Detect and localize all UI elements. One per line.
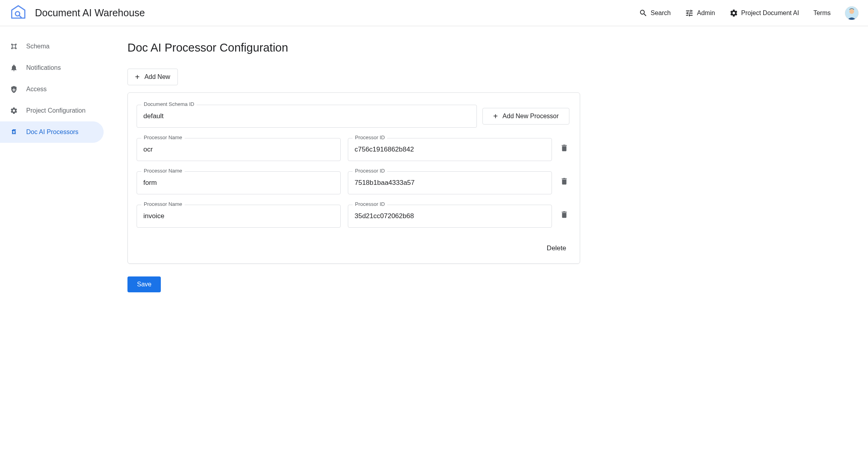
processor-name-input[interactable] bbox=[137, 138, 341, 161]
nav-label: Terms bbox=[813, 10, 831, 17]
sidebar: Schema Notifications Access Project Conf… bbox=[0, 26, 105, 308]
gear-icon bbox=[10, 106, 18, 115]
plus-icon: + bbox=[135, 73, 140, 81]
processor-name-label: Processor Name bbox=[141, 134, 185, 140]
add-processor-label: Add New Processor bbox=[503, 113, 559, 120]
processor-row: Processor Name Processor ID bbox=[137, 138, 569, 161]
sidebar-label: Schema bbox=[26, 43, 50, 50]
sidebar-label: Access bbox=[26, 86, 47, 93]
bell-icon bbox=[10, 63, 18, 72]
nav-project[interactable]: Project Document AI bbox=[729, 9, 799, 17]
plus-icon: + bbox=[493, 112, 498, 120]
user-avatar[interactable] bbox=[845, 6, 858, 20]
shield-icon bbox=[10, 85, 18, 94]
nav-label: Admin bbox=[697, 10, 715, 17]
trash-icon bbox=[560, 144, 569, 154]
nav-search[interactable]: Search bbox=[639, 9, 671, 17]
sidebar-label: Project Configuration bbox=[26, 107, 85, 114]
header-right: Search Admin Project Document AI Terms bbox=[639, 6, 858, 20]
processor-id-input[interactable] bbox=[348, 138, 552, 161]
processor-id-field-wrap: Processor ID bbox=[348, 171, 552, 194]
add-new-button[interactable]: + Add New bbox=[127, 69, 178, 85]
save-button[interactable]: Save bbox=[127, 276, 161, 292]
processor-name-field-wrap: Processor Name bbox=[137, 171, 341, 194]
processor-id-field-wrap: Processor ID bbox=[348, 138, 552, 161]
chip-icon bbox=[10, 128, 18, 136]
main-content: Doc AI Processor Configuration + Add New… bbox=[105, 26, 598, 308]
add-new-processor-button[interactable]: + Add New Processor bbox=[482, 108, 569, 125]
processor-name-label: Processor Name bbox=[141, 168, 185, 174]
delete-processor-button[interactable] bbox=[559, 177, 569, 187]
delete-processor-button[interactable] bbox=[559, 143, 569, 154]
nav-admin[interactable]: Admin bbox=[685, 9, 715, 17]
search-icon bbox=[639, 9, 648, 17]
processor-id-label: Processor ID bbox=[353, 134, 387, 140]
processor-id-input[interactable] bbox=[348, 205, 552, 228]
processor-config-card: Document Schema ID + Add New Processor P… bbox=[127, 92, 580, 264]
nav-terms[interactable]: Terms bbox=[813, 10, 831, 17]
sidebar-label: Doc AI Processors bbox=[26, 129, 79, 136]
processor-name-label: Processor Name bbox=[141, 201, 185, 207]
processor-id-label: Processor ID bbox=[353, 168, 387, 174]
sidebar-label: Notifications bbox=[26, 64, 61, 71]
schema-id-label: Document Schema ID bbox=[141, 101, 197, 107]
schema-id-input[interactable] bbox=[137, 105, 477, 128]
page-title: Doc AI Processor Configuration bbox=[127, 41, 580, 54]
svg-point-3 bbox=[849, 9, 854, 14]
trash-icon bbox=[560, 210, 569, 220]
nav-label: Project Document AI bbox=[741, 10, 799, 17]
sidebar-item-project-config[interactable]: Project Configuration bbox=[0, 100, 104, 121]
header-left: Document AI Warehouse bbox=[10, 4, 145, 23]
processor-id-input[interactable] bbox=[348, 171, 552, 194]
add-new-label: Add New bbox=[145, 73, 170, 81]
gear-icon bbox=[729, 9, 738, 17]
processor-row: Processor Name Processor ID bbox=[137, 171, 569, 194]
app-logo-icon bbox=[10, 4, 27, 23]
processor-name-field-wrap: Processor Name bbox=[137, 205, 341, 228]
sidebar-item-notifications[interactable]: Notifications bbox=[0, 57, 104, 79]
delete-processor-button[interactable] bbox=[559, 210, 569, 220]
processor-name-field-wrap: Processor Name bbox=[137, 138, 341, 161]
processor-id-label: Processor ID bbox=[353, 201, 387, 207]
processor-id-field-wrap: Processor ID bbox=[348, 205, 552, 228]
app-title: Document AI Warehouse bbox=[35, 7, 145, 19]
processor-row: Processor Name Processor ID bbox=[137, 205, 569, 228]
trash-icon bbox=[560, 177, 569, 187]
processor-name-input[interactable] bbox=[137, 205, 341, 228]
schema-icon bbox=[10, 42, 18, 51]
sidebar-item-doc-ai-processors[interactable]: Doc AI Processors bbox=[0, 121, 104, 143]
nav-label: Search bbox=[651, 10, 671, 17]
schema-id-field-wrap: Document Schema ID bbox=[137, 105, 477, 128]
sidebar-item-schema[interactable]: Schema bbox=[0, 36, 104, 57]
svg-line-1 bbox=[19, 15, 22, 18]
header: Document AI Warehouse Search Admin Proje… bbox=[0, 0, 868, 26]
delete-card-button[interactable]: Delete bbox=[544, 242, 569, 255]
sidebar-item-access[interactable]: Access bbox=[0, 79, 104, 100]
tune-icon bbox=[685, 9, 694, 17]
processor-name-input[interactable] bbox=[137, 171, 341, 194]
